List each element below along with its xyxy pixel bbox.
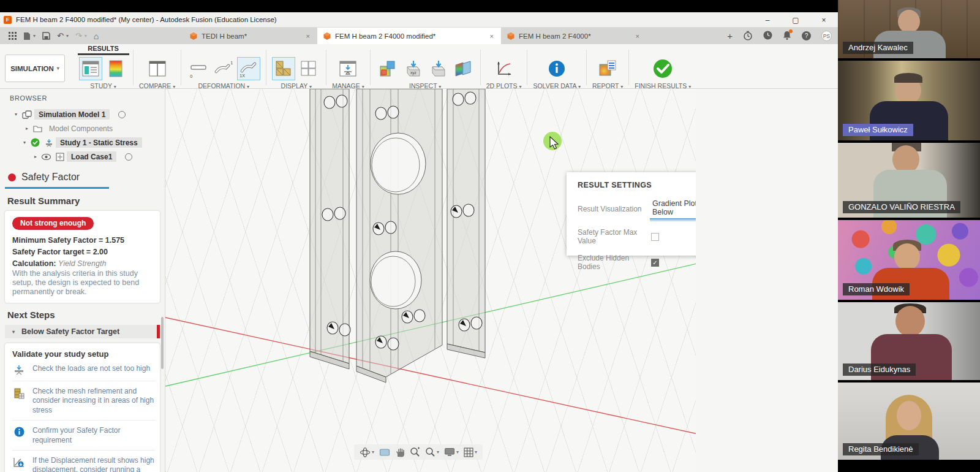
radio-icon[interactable]	[118, 111, 126, 118]
help-icon[interactable]: ?	[802, 31, 811, 40]
participant-video[interactable]: Darius Eidukynas	[838, 302, 980, 380]
tab-fem-h-beam-modified[interactable]: FEM H beam 2 F4000 modified* ×	[317, 28, 501, 44]
file-menu-caret-icon[interactable]: ▾	[33, 33, 36, 39]
look-at-icon[interactable]	[379, 448, 390, 457]
tree-item-label: Load Case1	[67, 151, 116, 162]
ribbon-tab-results[interactable]: RESULTS	[78, 45, 129, 55]
tree-item-study-static-stress[interactable]: ▾ Study 1 - Static Stress	[0, 135, 165, 150]
tab-tedi-h-beam[interactable]: TEDI H beam* ×	[184, 28, 317, 44]
participant-video[interactable]: Regita Bendikienė	[838, 383, 980, 460]
chevron-down-icon[interactable]: ▾	[437, 449, 439, 455]
inspect-probe-icon[interactable]	[426, 57, 450, 80]
inspect-results-icon[interactable]	[376, 57, 399, 80]
group-compare: COMPARE ▾	[134, 44, 181, 89]
ribbon-toolbar: SIMULATION ▾ RESULTS STUDY ▾	[0, 44, 838, 89]
chevron-down-icon[interactable]: ▾	[372, 449, 374, 455]
result-visualization-dropdown[interactable]: Gradient Plot: Below ▾	[650, 198, 696, 219]
compare-icon[interactable]	[146, 57, 169, 80]
display-shaded-mesh-icon[interactable]	[272, 57, 295, 80]
close-button[interactable]: ×	[810, 12, 838, 28]
display-settings-icon[interactable]: ▾	[444, 447, 459, 457]
group-deformation: 0 1 1X DEFORMATION ▾	[181, 44, 266, 89]
pan-hand-icon[interactable]	[395, 447, 405, 457]
h-beam-model[interactable]	[310, 89, 485, 383]
tabbar-right-icons: + ? PS	[727, 28, 838, 44]
tab-fem-h-beam[interactable]: FEM H beam 2 F4000* ×	[501, 28, 647, 44]
report-icon[interactable]	[596, 57, 619, 80]
minimize-button[interactable]: –	[753, 12, 782, 28]
participant-video[interactable]: GONZALO VALIÑO RIESTRA	[838, 143, 980, 218]
chevron-right-icon[interactable]: ▸	[23, 126, 31, 131]
result-visualization-label: Result Visualization	[578, 205, 650, 213]
zoom-icon[interactable]	[410, 447, 420, 457]
chevron-down-icon[interactable]: ▾	[10, 329, 17, 335]
notifications-bell-icon[interactable]	[783, 31, 791, 41]
participant-video[interactable]: Paweł Sułkowicz	[838, 61, 980, 140]
next-step-item[interactable]: Check the loads are not set too high	[12, 359, 155, 381]
chevron-right-icon[interactable]: ▸	[32, 154, 39, 159]
home-icon[interactable]: ⌂	[94, 31, 99, 41]
study-legend-icon[interactable]	[104, 57, 127, 80]
participant-name: GONZALO VALIÑO RIESTRA	[843, 201, 960, 213]
tree-item-simulation-model[interactable]: ▾ Simulation Model 1	[0, 107, 165, 121]
red-indicator-bar	[157, 325, 160, 338]
panel-scrollbar[interactable]	[161, 317, 164, 369]
workspace-selector[interactable]: SIMULATION ▾	[5, 55, 65, 82]
exclude-hidden-bodies-checkbox[interactable]: ✓	[651, 259, 659, 267]
deformation-undeformed-icon[interactable]: 0	[187, 57, 210, 80]
new-tab-button[interactable]: +	[727, 31, 733, 41]
undo-caret-icon[interactable]: ▾	[66, 33, 69, 39]
tab-close-icon[interactable]: ×	[635, 32, 641, 40]
radio-icon[interactable]	[125, 153, 132, 161]
tree-item-model-components[interactable]: ▸ Model Components	[0, 121, 165, 135]
tree-item-label: Simulation Model 1	[34, 109, 110, 120]
deformation-scaled-icon[interactable]: 1X	[237, 57, 260, 80]
save-icon[interactable]	[42, 32, 50, 40]
next-step-item[interactable]: If the Displacement result shows high di…	[12, 451, 155, 472]
visibility-eye-icon[interactable]	[42, 154, 51, 160]
maximize-button[interactable]: ▢	[782, 12, 810, 28]
participant-video[interactable]: Roman Wdowik	[838, 220, 980, 300]
participant-name: Regita Bendikienė	[843, 443, 919, 455]
user-avatar[interactable]: PS	[821, 31, 832, 41]
tab-close-icon[interactable]: ×	[305, 32, 311, 40]
finish-results-check-icon[interactable]	[651, 57, 674, 80]
deformation-actual-icon[interactable]: 1	[212, 57, 235, 80]
file-menu-icon[interactable]	[23, 32, 31, 40]
orbit-icon[interactable]: ▾	[360, 447, 374, 458]
next-step-item[interactable]: Check the mesh refinement and consider i…	[12, 381, 155, 421]
participant-video[interactable]: Andrzej Kawalec	[838, 0, 980, 58]
solver-data-info-icon[interactable]	[545, 57, 568, 80]
next-step-item[interactable]: Confirm your Safety Factor requirement	[12, 421, 155, 451]
chevron-down-icon[interactable]: ▾	[12, 112, 20, 117]
extensions-clock-icon[interactable]	[763, 31, 772, 41]
undo-button[interactable]: ↶	[57, 31, 64, 40]
tab-close-icon[interactable]: ×	[489, 32, 495, 40]
below-target-collapse-row[interactable]: ▾ Below Safety Factor Target	[5, 325, 160, 338]
document-cube-icon	[323, 32, 331, 40]
chevron-down-icon[interactable]: ▾	[475, 449, 477, 455]
display-wireframe-icon[interactable]	[297, 57, 320, 80]
safety-factor-max-checkbox[interactable]	[651, 233, 659, 241]
chevron-down-icon[interactable]: ▾	[456, 449, 459, 455]
inspect-point-xyz-icon[interactable]: xyz	[401, 57, 424, 80]
chevron-down-icon[interactable]: ▾	[21, 140, 28, 145]
app-grid-icon[interactable]	[9, 32, 17, 40]
3d-scene[interactable]: Z X FRONT RIGHT	[165, 89, 696, 472]
fusion-app-icon: F	[4, 16, 12, 24]
study-report-icon[interactable]	[79, 57, 102, 80]
job-status-icon[interactable]	[743, 31, 753, 42]
2d-plots-icon[interactable]	[492, 57, 516, 80]
grid-settings-icon[interactable]: ▾	[464, 447, 477, 457]
manage-icon[interactable]	[336, 57, 360, 80]
status-badge: Not strong enough	[12, 217, 94, 230]
web-hole	[371, 133, 426, 194]
web-hole	[370, 251, 421, 309]
inspect-slice-plane-icon[interactable]	[451, 57, 475, 80]
viewport-canvas[interactable]: Z X FRONT RIGHT RESULT SETTINGS Result V	[165, 89, 696, 472]
video-call-strip: Andrzej Kawalec Paweł Sułkowicz GONZALO …	[838, 0, 980, 472]
fit-icon[interactable]: ▾	[425, 447, 439, 457]
exclude-hidden-bodies-label: Exclude Hidden Bodies	[578, 254, 650, 271]
redo-button[interactable]: ↷	[75, 31, 82, 40]
tree-item-load-case[interactable]: ▸ Load Case1	[0, 150, 165, 164]
